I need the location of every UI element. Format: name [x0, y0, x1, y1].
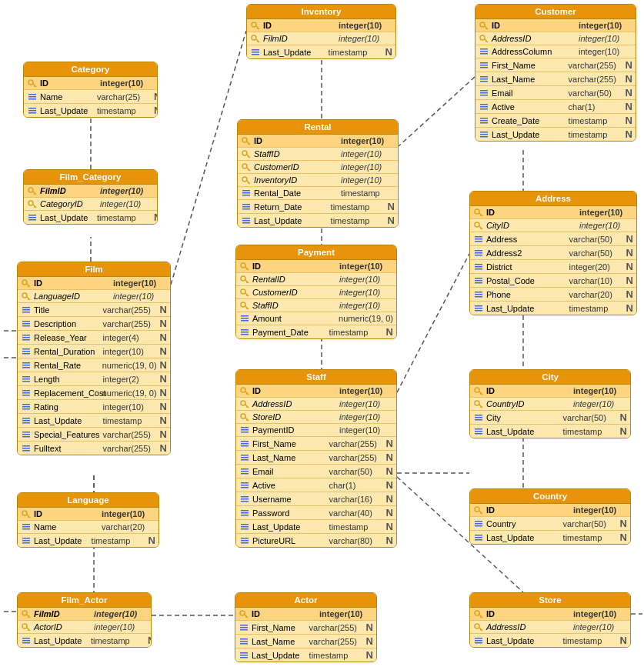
- col-name-film-8: Replacement_Cost: [34, 388, 99, 398]
- col-null-staff-5: N: [386, 452, 393, 463]
- icon-col-customer-4: [479, 74, 489, 85]
- svg-rect-118: [475, 296, 482, 298]
- col-type-rental-3: integer(10): [341, 175, 395, 185]
- col-name-actor-0: ID: [252, 609, 316, 618]
- col-name-rental-4: Rental_Date: [254, 188, 338, 198]
- col-name-film-12: Fulltext: [34, 444, 100, 453]
- col-name-store-2: Last_Update: [486, 636, 560, 645]
- row-store-last-update: Last_UpdatetimestampN: [470, 634, 630, 647]
- col-null-inventory-2: N: [385, 46, 392, 58]
- entity-category: CategoryIDinteger(10)Namevarchar(25)NLas…: [23, 62, 158, 118]
- col-type-city-1: integer(10): [573, 399, 627, 408]
- row-rental-return-date: Return_DatetimestampN: [238, 200, 398, 214]
- svg-rect-168: [22, 406, 30, 408]
- entity-header-film_category: Film_Category: [24, 170, 157, 185]
- row-payment-id: IDinteger(10): [236, 260, 396, 273]
- svg-rect-211: [241, 528, 249, 530]
- col-null-address-6: N: [626, 288, 633, 300]
- col-null-film-11: N: [160, 428, 167, 440]
- svg-rect-205: [241, 501, 249, 502]
- svg-rect-230: [22, 524, 30, 525]
- svg-rect-43: [480, 67, 488, 68]
- row-actor-last-update: Last_UpdatetimestampN: [235, 648, 376, 662]
- col-type-film-5: integer(10): [103, 347, 157, 356]
- svg-rect-47: [480, 90, 488, 92]
- icon-col-payment-4: [239, 313, 250, 324]
- svg-rect-258: [240, 627, 248, 628]
- svg-rect-232: [22, 528, 30, 530]
- col-type-address-7: timestamp: [569, 304, 623, 313]
- row-store-id: IDinteger(10): [470, 608, 630, 621]
- svg-rect-96: [28, 217, 36, 218]
- row-category-name: Namevarchar(25)N: [24, 90, 157, 104]
- col-type-actor-0: integer(10): [319, 609, 373, 618]
- icon-fk-rental-1: [241, 148, 252, 159]
- col-name-country-0: ID: [486, 505, 570, 515]
- svg-rect-197: [241, 468, 249, 470]
- col-name-category-1: Name: [40, 92, 94, 102]
- svg-rect-206: [241, 510, 249, 512]
- col-name-film-6: Rental_Rate: [34, 361, 99, 370]
- svg-rect-203: [241, 496, 249, 498]
- svg-rect-240: [475, 523, 482, 525]
- svg-rect-66: [28, 110, 36, 112]
- svg-rect-234: [22, 540, 30, 542]
- icon-col-film-11: [21, 429, 32, 440]
- icon-col-film-4: [21, 332, 32, 343]
- row-address-address: Addressvarchar(50)N: [470, 232, 636, 246]
- row-actor-first-name: First_Namevarchar(255)N: [235, 621, 376, 635]
- col-name-customer-4: Last_Name: [492, 75, 566, 84]
- col-name-film-1: LanguageID: [34, 292, 110, 301]
- col-null-payment-5: N: [386, 326, 393, 338]
- col-type-film_category-2: timestamp: [97, 213, 151, 222]
- row-rental-staffid: StaffIDinteger(10): [238, 148, 398, 161]
- svg-rect-104: [475, 236, 482, 238]
- col-type-staff-11: varchar(80): [329, 536, 383, 545]
- col-type-inventory-0: integer(10): [339, 21, 392, 30]
- entity-header-rental: Rental: [238, 120, 398, 135]
- row-actor-last-name: Last_Namevarchar(255)N: [235, 635, 376, 648]
- entity-header-category: Category: [24, 62, 157, 77]
- entity-header-actor: Actor: [235, 593, 376, 608]
- svg-rect-156: [22, 351, 30, 352]
- svg-rect-208: [241, 515, 249, 516]
- icon-col-film-5: [21, 346, 32, 357]
- row-staff-password: Passwordvarchar(40)N: [236, 506, 396, 520]
- svg-rect-225: [475, 431, 482, 432]
- col-name-staff-10: Last_Update: [252, 522, 326, 532]
- col-type-film_actor-2: timestamp: [91, 636, 145, 645]
- svg-rect-189: [241, 429, 249, 431]
- row-payment-amount: Amountnumeric(19, 0): [236, 312, 396, 325]
- row-address-district: Districtinteger(20)N: [470, 260, 636, 274]
- row-film_category-categoryid: CategoryIDinteger(10): [24, 198, 157, 211]
- svg-rect-171: [22, 420, 30, 422]
- icon-col-language-2: [21, 535, 32, 546]
- col-null-customer-8: N: [626, 128, 632, 140]
- row-inventory-last-update: Last_UpdatetimestampN: [247, 45, 395, 58]
- svg-rect-259: [240, 629, 248, 631]
- col-name-payment-3: StaffID: [252, 301, 336, 310]
- col-name-address-3: Address2: [486, 248, 566, 258]
- col-name-rental-1: StaffID: [254, 149, 338, 158]
- row-film-special-features: Special_Featuresvarchar(255)N: [18, 428, 170, 442]
- svg-rect-48: [480, 92, 488, 94]
- entity-header-payment: Payment: [236, 245, 396, 260]
- row-staff-last-update: Last_UpdatetimestampN: [236, 520, 396, 534]
- svg-rect-200: [241, 482, 249, 484]
- row-city-city: Cityvarchar(50)N: [470, 411, 630, 425]
- icon-key-payment-0: [239, 261, 250, 272]
- col-null-city-2: N: [620, 412, 627, 423]
- icon-col-payment-5: [239, 327, 250, 338]
- icon-col-rental-5: [241, 202, 252, 212]
- icon-col-staff-8: [239, 494, 250, 505]
- col-type-customer-8: timestamp: [569, 130, 622, 139]
- icon-col-actor-2: [239, 636, 249, 647]
- svg-rect-83: [242, 204, 250, 205]
- svg-rect-39: [480, 51, 488, 52]
- col-name-inventory-2: Last_Update: [263, 48, 325, 57]
- svg-rect-30: [252, 52, 259, 53]
- col-name-country-1: Country: [486, 519, 560, 528]
- icon-fk-city-1: [473, 398, 484, 409]
- col-name-film-11: Special_Features: [34, 430, 100, 439]
- icon-key-customer-0: [479, 20, 489, 31]
